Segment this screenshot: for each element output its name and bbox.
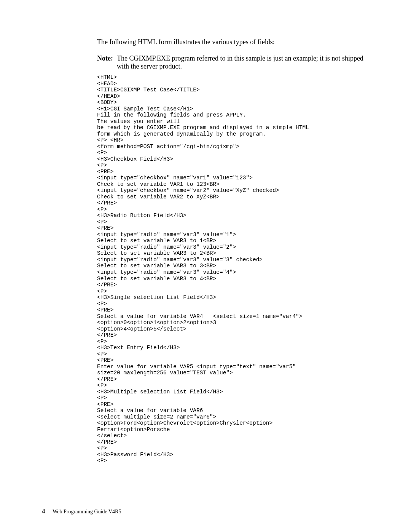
code-listing: <HTML> <HEAD> <TITLE>CGIXMP Test Case</T… [97,74,369,464]
page-footer: 4 Web Programming Guide V4R5 [42,508,121,515]
note-body: The CGIXMP.EXE program referred to in th… [117,54,369,70]
note-block: Note: The CGIXMP.EXE program referred to… [97,54,369,70]
intro-paragraph: The following HTML form illustrates the … [97,38,369,46]
page-number: 4 [42,508,45,515]
document-page: The following HTML form illustrates the … [0,0,411,532]
footer-title: Web Programming Guide V4R5 [53,509,121,514]
note-label: Note: [97,54,113,70]
page-content: The following HTML form illustrates the … [97,38,369,464]
